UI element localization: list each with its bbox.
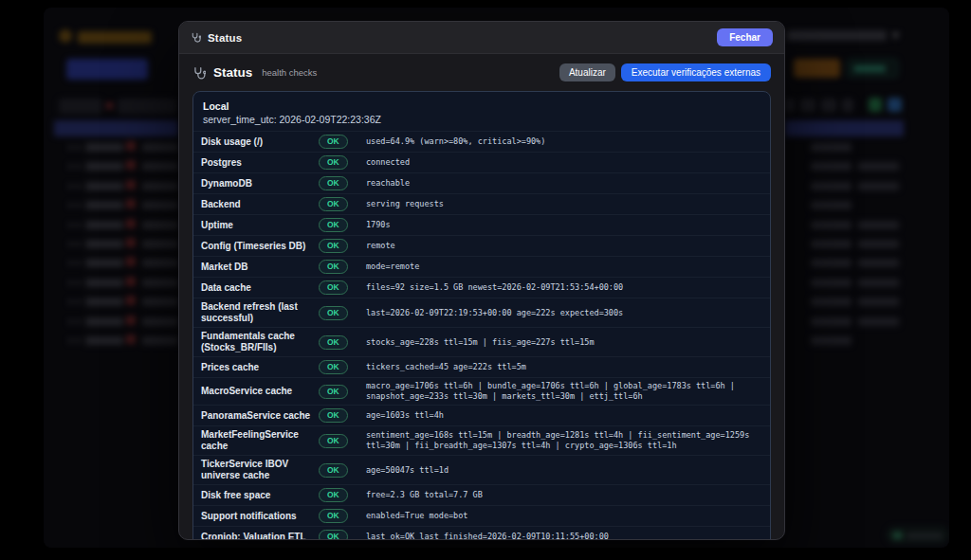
- check-detail: sentiment_age=168s ttl=15m | breadth_age…: [366, 430, 762, 451]
- health-checks-panel: Local server_time_utc: 2026-02-09T22:23:…: [192, 91, 771, 540]
- check-row: MarketFeelingService cache OK sentiment_…: [193, 425, 770, 455]
- check-row: Fundamentals cache (Stocks_BR/FIIs) OK s…: [193, 327, 770, 356]
- check-row: Backend OK serving requests: [193, 193, 770, 214]
- refresh-button[interactable]: Atualizar: [559, 63, 615, 81]
- check-label: Fundamentals cache (Stocks_BR/FIIs): [201, 331, 313, 353]
- check-detail: last_ok=OK last_finished=2026-02-09T10:1…: [366, 532, 762, 540]
- modal-subheader: Status health checks Atualizar Executar …: [179, 54, 784, 91]
- check-detail: used=64.9% (warn>=80%, critical>=90%): [366, 136, 762, 147]
- check-row: Backend refresh (last successful) OK las…: [193, 298, 770, 327]
- status-ok-badge: OK: [319, 463, 348, 478]
- check-label: Backend refresh (last successful): [201, 301, 313, 324]
- check-label: TickerService IBOV universe cache: [201, 459, 313, 481]
- check-row: Prices cache OK tickers_cached=45 age=22…: [193, 356, 770, 377]
- status-modal: Status Fechar Status health checks Atual…: [178, 21, 785, 540]
- status-ok-badge: OK: [319, 239, 348, 253]
- check-row: Postgres OK connected: [193, 152, 770, 172]
- run-external-checks-button[interactable]: Executar verificações externas: [621, 63, 771, 81]
- check-label: Cronjob: Valuation ETL: [201, 532, 313, 541]
- check-detail: reachable: [366, 178, 762, 189]
- status-ok-badge: OK: [319, 280, 348, 295]
- status-ok-badge: OK: [319, 335, 348, 350]
- status-ok-badge: OK: [319, 408, 348, 423]
- check-label: Market DB: [201, 262, 313, 273]
- modal-title: Status: [208, 32, 242, 44]
- status-ok-badge: OK: [319, 218, 348, 232]
- status-ok-badge: OK: [319, 176, 348, 190]
- check-detail: 1790s: [366, 220, 762, 230]
- check-row: PanoramaService cache OK age=1603s ttl=4…: [193, 405, 770, 425]
- status-ok-badge: OK: [319, 530, 348, 540]
- check-detail: free=2.3 GB total=7.7 GB: [366, 490, 762, 500]
- check-detail: age=1603s ttl=4h: [366, 410, 762, 421]
- check-label: Uptime: [201, 220, 313, 231]
- check-label: Postgres: [201, 157, 313, 169]
- check-list: Disk usage (/) OK used=64.9% (warn>=80%,…: [193, 131, 770, 540]
- check-label: DynamoDB: [201, 178, 313, 190]
- check-row: Market DB OK mode=remote: [193, 256, 770, 277]
- status-ok-badge: OK: [319, 155, 348, 170]
- check-detail: remote: [366, 241, 762, 251]
- check-label: Prices cache: [201, 362, 313, 373]
- status-ok-badge: OK: [319, 135, 348, 149]
- check-detail: age=50047s ttl=1d: [366, 465, 762, 476]
- check-detail: macro_age=1706s ttl=6h | bundle_age=1706…: [366, 381, 762, 402]
- page-title: Status: [213, 65, 252, 80]
- page-subtitle: health checks: [262, 67, 317, 78]
- panel-header: Local server_time_utc: 2026-02-09T22:23:…: [193, 98, 770, 131]
- check-label: PanoramaService cache: [201, 410, 313, 422]
- screen: Status Fechar Status health checks Atual…: [0, 0, 971, 560]
- status-ok-badge: OK: [319, 360, 348, 374]
- stethoscope-icon: [191, 32, 201, 43]
- check-detail: files=92 size=1.5 GB newest=2026-02-09T2…: [366, 282, 762, 293]
- check-row: Uptime OK 1790s: [193, 214, 770, 235]
- status-ok-badge: OK: [319, 488, 348, 502]
- check-label: Disk free space: [201, 490, 313, 501]
- check-row: DynamoDB OK reachable: [193, 172, 770, 193]
- check-detail: connected: [366, 157, 762, 168]
- check-row: Config (Timeseries DB) OK remote: [193, 235, 770, 256]
- check-label: Backend: [201, 199, 313, 210]
- check-label: MarketFeelingService cache: [201, 429, 313, 452]
- check-detail: tickers_cached=45 age=222s ttl=5m: [366, 362, 762, 372]
- status-ok-badge: OK: [319, 260, 348, 274]
- check-detail: mode=remote: [366, 262, 762, 272]
- check-row: Cronjob: Valuation ETL OK last_ok=OK las…: [193, 526, 770, 540]
- check-row: Data cache OK files=92 size=1.5 GB newes…: [193, 277, 770, 298]
- check-label: Support notifications: [201, 511, 313, 522]
- section-title: Local: [203, 99, 760, 113]
- check-label: Data cache: [201, 282, 313, 294]
- check-detail: serving requests: [366, 199, 762, 209]
- check-row: Support notifications OK enabled=True mo…: [193, 505, 770, 526]
- status-ok-badge: OK: [319, 434, 348, 448]
- status-ok-badge: OK: [319, 306, 348, 320]
- check-label: Disk usage (/): [201, 136, 313, 148]
- check-row: TickerService IBOV universe cache OK age…: [193, 455, 770, 484]
- status-ok-badge: OK: [319, 385, 348, 399]
- check-detail: stocks_age=228s ttl=15m | fiis_age=227s …: [366, 337, 762, 348]
- check-detail: last=2026-02-09T22:19:53+00:00 age=222s …: [366, 308, 762, 318]
- check-label: Config (Timeseries DB): [201, 241, 313, 252]
- stethoscope-icon: [192, 66, 206, 80]
- check-row: MacroService cache OK macro_age=1706s tt…: [193, 377, 770, 405]
- server-time: server_time_utc: 2026-02-09T22:23:36Z: [203, 113, 760, 126]
- status-ok-badge: OK: [319, 509, 348, 523]
- modal-titlebar: Status Fechar: [179, 22, 784, 54]
- status-ok-badge: OK: [319, 197, 348, 211]
- check-row: Disk usage (/) OK used=64.9% (warn>=80%,…: [193, 131, 770, 152]
- check-label: MacroService cache: [201, 386, 313, 397]
- check-detail: enabled=True mode=bot: [366, 511, 762, 521]
- check-row: Disk free space OK free=2.3 GB total=7.7…: [193, 484, 770, 505]
- close-button[interactable]: Fechar: [717, 28, 773, 46]
